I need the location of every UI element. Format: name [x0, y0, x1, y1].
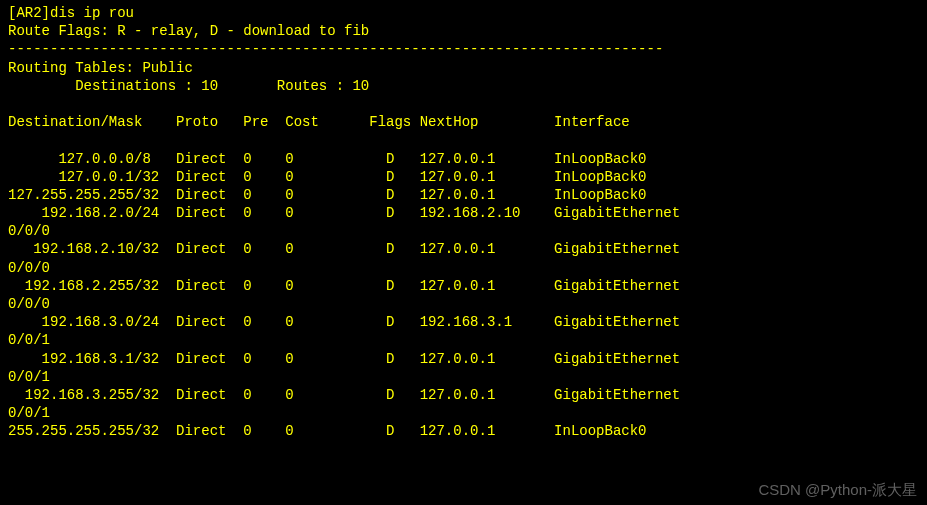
table-row: 127.0.0.0/8 Direct 0 0 D 127.0.0.1 InLoo… [8, 150, 919, 168]
table-row: 192.168.3.1/32 Direct 0 0 D 127.0.0.1 Gi… [8, 350, 919, 368]
table-row: 0/0/1 [8, 404, 919, 422]
table-row: 0/0/0 [8, 295, 919, 313]
table-row: 127.255.255.255/32 Direct 0 0 D 127.0.0.… [8, 186, 919, 204]
table-title: Routing Tables: Public [8, 59, 919, 77]
command-line: [AR2]dis ip rou [8, 4, 919, 22]
blank-line [8, 95, 919, 113]
table-row: 192.168.3.0/24 Direct 0 0 D 192.168.3.1 … [8, 313, 919, 331]
blank-line [8, 131, 919, 149]
column-headers: Destination/Mask Proto Pre Cost Flags Ne… [8, 113, 919, 131]
table-row: 192.168.2.255/32 Direct 0 0 D 127.0.0.1 … [8, 277, 919, 295]
table-row: 255.255.255.255/32 Direct 0 0 D 127.0.0.… [8, 422, 919, 440]
table-row: 0/0/1 [8, 331, 919, 349]
table-row: 192.168.2.10/32 Direct 0 0 D 127.0.0.1 G… [8, 240, 919, 258]
table-row: 192.168.3.255/32 Direct 0 0 D 127.0.0.1 … [8, 386, 919, 404]
table-row: 0/0/1 [8, 368, 919, 386]
table-row: 0/0/0 [8, 259, 919, 277]
table-row: 0/0/0 [8, 222, 919, 240]
table-row: 127.0.0.1/32 Direct 0 0 D 127.0.0.1 InLo… [8, 168, 919, 186]
table-summary: Destinations : 10 Routes : 10 [8, 77, 919, 95]
watermark: CSDN @Python-派大星 [758, 480, 917, 500]
route-flags-line: Route Flags: R - relay, D - download to … [8, 22, 919, 40]
routing-table-rows: 127.0.0.0/8 Direct 0 0 D 127.0.0.1 InLoo… [8, 150, 919, 441]
table-row: 192.168.2.0/24 Direct 0 0 D 192.168.2.10… [8, 204, 919, 222]
divider-top: ----------------------------------------… [8, 40, 919, 58]
